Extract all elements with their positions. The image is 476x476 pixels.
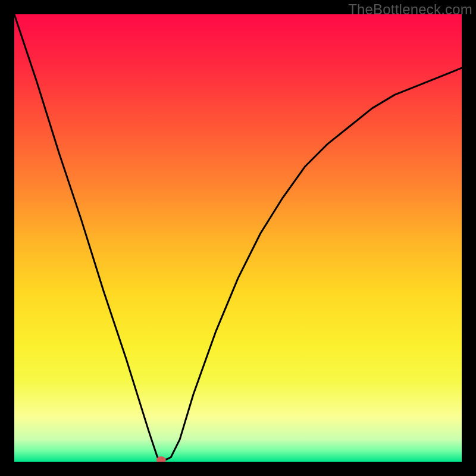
gradient-background	[14, 14, 462, 462]
chart-svg	[0, 0, 476, 476]
bottleneck-chart: TheBottleneck.com	[0, 0, 476, 476]
watermark-text: TheBottleneck.com	[348, 1, 472, 18]
